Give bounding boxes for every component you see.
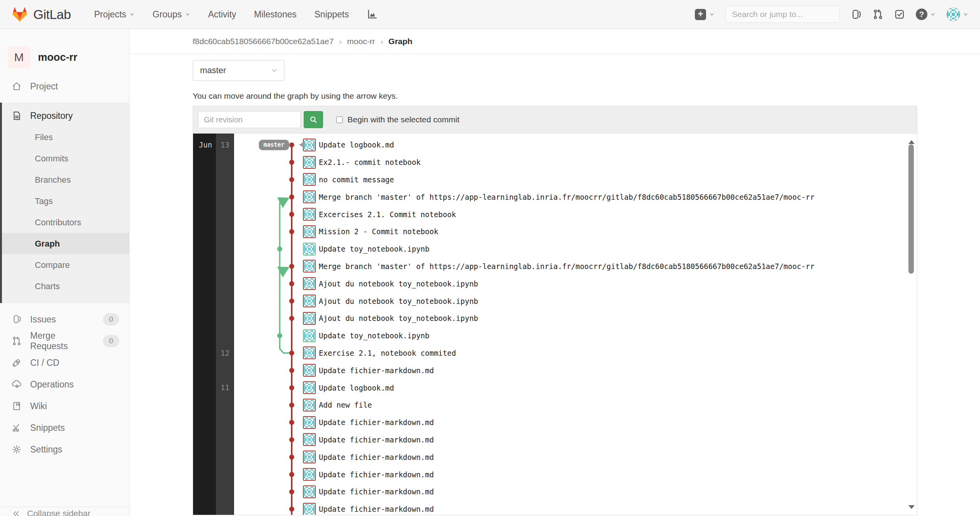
- sidebar-item-settings[interactable]: Settings: [0, 439, 129, 460]
- global-search[interactable]: [725, 6, 840, 23]
- nav-groups[interactable]: Groups: [152, 9, 190, 20]
- collapse-sidebar-button[interactable]: Collapse sidebar: [0, 507, 129, 516]
- commit-message[interactable]: Excercises 2.1. Commit notebook: [319, 210, 456, 219]
- todo-check-icon[interactable]: [894, 9, 905, 20]
- commit-row[interactable]: Ajout du notebook toy_notebook.ipynb: [193, 310, 917, 327]
- branch-selector[interactable]: master: [193, 60, 284, 81]
- begin-with-commit-checkbox[interactable]: [336, 117, 343, 123]
- sidebar-item-merge-requests[interactable]: Merge Requests 0: [0, 330, 129, 352]
- commit-row[interactable]: Update fichier-markdown.md: [193, 501, 917, 515]
- sidebar-item-issues[interactable]: Issues 0: [0, 309, 129, 330]
- commit-row[interactable]: Update fichier-markdown.md: [193, 483, 917, 501]
- commit-row[interactable]: Update fichier-markdown.md: [193, 448, 917, 466]
- commit-message[interactable]: Update fichier-markdown.md: [319, 435, 434, 444]
- commit-message[interactable]: Ex2.1.- commit notebook: [319, 158, 421, 166]
- commit-message[interactable]: Ajout du notebook toy_notebook.ipynb: [319, 314, 478, 322]
- commit-message[interactable]: Add new file: [319, 401, 372, 409]
- commit-author-avatar: [303, 173, 316, 186]
- commit-message[interactable]: Ajout du notebook toy_notebook.ipynb: [319, 279, 478, 288]
- commit-message[interactable]: Mission 2 - Commit notebook: [319, 227, 438, 236]
- gitlab-brand[interactable]: GitLab: [12, 7, 71, 22]
- commit-row[interactable]: Ex2.1.- commit notebook: [193, 154, 917, 171]
- commit-message[interactable]: Update fichier-markdown.md: [319, 453, 434, 461]
- sidebar-subitem[interactable]: Commits: [2, 148, 129, 169]
- sidebar-item-wiki[interactable]: Wiki: [0, 395, 129, 417]
- commit-row[interactable]: Update fichier-markdown.md: [193, 466, 917, 483]
- project-avatar: M: [8, 46, 30, 69]
- commit-row[interactable]: Update toy_notebook.ipynb: [193, 240, 917, 258]
- commit-message[interactable]: Update fichier-markdown.md: [319, 487, 434, 496]
- commit-row[interactable]: Add new file: [193, 396, 917, 414]
- breadcrumb-project[interactable]: mooc-rr: [347, 37, 375, 46]
- commit-message[interactable]: Update toy_notebook.ipynb: [319, 245, 429, 253]
- begin-with-commit-option[interactable]: Begin with the selected commit: [336, 115, 459, 124]
- search-input[interactable]: [732, 10, 837, 19]
- git-revision-input[interactable]: [198, 111, 301, 128]
- commit-message[interactable]: Merge branch 'master' of https://app-lea…: [319, 193, 814, 201]
- sidebar-subitem[interactable]: Compare: [2, 254, 129, 276]
- commit-row[interactable]: no commit message: [193, 171, 917, 189]
- selected-commit-marker: [296, 142, 304, 148]
- issues-icon[interactable]: [851, 9, 862, 20]
- commit-row[interactable]: Update toy_notebook.ipynb: [193, 327, 917, 345]
- plus-icon[interactable]: +: [695, 9, 706, 20]
- breadcrumb: f8dc60cab5180566667b00ce62a51ae7 › mooc-…: [130, 29, 980, 54]
- sidebar-subitem[interactable]: Files: [2, 127, 129, 148]
- new-menu[interactable]: +: [695, 9, 715, 20]
- sidebar-item-repository[interactable]: Repository: [2, 105, 129, 127]
- commit-row[interactable]: Update fichier-markdown.md: [193, 414, 917, 431]
- sidebar-subitem[interactable]: Branches: [2, 169, 129, 190]
- commit-message[interactable]: Merge branch 'master' of https://app-lea…: [319, 262, 814, 271]
- sidebar-subitem[interactable]: Contributors: [2, 212, 129, 233]
- scrollbar-thumb[interactable]: [908, 144, 914, 274]
- commit-row[interactable]: Update fichier-markdown.md: [193, 362, 917, 379]
- commit-message[interactable]: Exercise 2.1, notebook commited: [319, 349, 456, 357]
- commit-graph[interactable]: Jun 13 12 11 master Update logbook.md Ex…: [193, 134, 917, 515]
- nav-projects[interactable]: Projects: [94, 9, 135, 20]
- commit-message[interactable]: Update toy_notebook.ipynb: [319, 331, 429, 340]
- sidebar-item-cicd[interactable]: CI / CD: [0, 352, 129, 374]
- commit-row[interactable]: Ajout du notebook toy_notebook.ipynb: [193, 275, 917, 292]
- commit-row[interactable]: Merge branch 'master' of https://app-lea…: [193, 188, 917, 206]
- sidebar-item-operations[interactable]: Operations: [0, 374, 129, 395]
- sidebar-subitem[interactable]: Charts: [2, 276, 129, 297]
- commit-row[interactable]: Update logbook.md: [193, 379, 917, 396]
- commit-row[interactable]: Exercise 2.1, notebook commited: [193, 345, 917, 362]
- commit-row[interactable]: Mission 2 - Commit notebook: [193, 223, 917, 240]
- scissors-icon: [12, 423, 22, 433]
- rocket-icon: [12, 358, 22, 368]
- scroll-down-icon[interactable]: [908, 505, 915, 512]
- user-avatar[interactable]: [946, 7, 960, 21]
- revision-search-button[interactable]: [304, 111, 323, 128]
- commit-row[interactable]: Merge branch 'master' of https://app-lea…: [193, 258, 917, 275]
- help-menu[interactable]: ?: [916, 9, 936, 20]
- scroll-up-icon[interactable]: [908, 137, 915, 144]
- nav-activity[interactable]: Activity: [208, 9, 236, 20]
- commit-message[interactable]: Update logbook.md: [319, 141, 394, 149]
- sidebar-subitem[interactable]: Graph: [2, 233, 129, 254]
- nav-snippets[interactable]: Snippets: [315, 9, 349, 20]
- commit-message[interactable]: Update fichier-markdown.md: [319, 505, 434, 513]
- commit-row[interactable]: Excercises 2.1. Commit notebook: [193, 206, 917, 223]
- commit-message[interactable]: Update fichier-markdown.md: [319, 470, 434, 479]
- commit-message[interactable]: Ajout du notebook toy_notebook.ipynb: [319, 297, 478, 305]
- merge-request-icon[interactable]: [872, 9, 883, 20]
- breadcrumb-project-hash[interactable]: f8dc60cab5180566667b00ce62a51ae7: [193, 37, 334, 46]
- help-icon[interactable]: ?: [916, 9, 927, 20]
- user-menu[interactable]: [946, 7, 968, 21]
- commit-author-avatar: [303, 346, 316, 359]
- commit-message[interactable]: Update fichier-markdown.md: [319, 366, 434, 375]
- commit-message[interactable]: no commit message: [319, 175, 394, 184]
- sidebar-item-snippets[interactable]: Snippets: [0, 417, 129, 439]
- commit-message[interactable]: Update logbook.md: [319, 384, 394, 392]
- nav-milestones[interactable]: Milestones: [254, 9, 297, 20]
- commit-row[interactable]: Update fichier-markdown.md: [193, 431, 917, 449]
- project-header[interactable]: M mooc-rr: [0, 29, 129, 75]
- graph-scrollbar[interactable]: [908, 134, 914, 515]
- commit-message[interactable]: Update fichier-markdown.md: [319, 418, 434, 427]
- commit-row[interactable]: Ajout du notebook toy_notebook.ipynb: [193, 292, 917, 310]
- sidebar-subitem[interactable]: Tags: [2, 190, 129, 212]
- chart-icon[interactable]: [367, 9, 378, 20]
- sidebar-item-project[interactable]: Project: [0, 75, 129, 97]
- main-content: f8dc60cab5180566667b00ce62a51ae7 › mooc-…: [130, 29, 980, 516]
